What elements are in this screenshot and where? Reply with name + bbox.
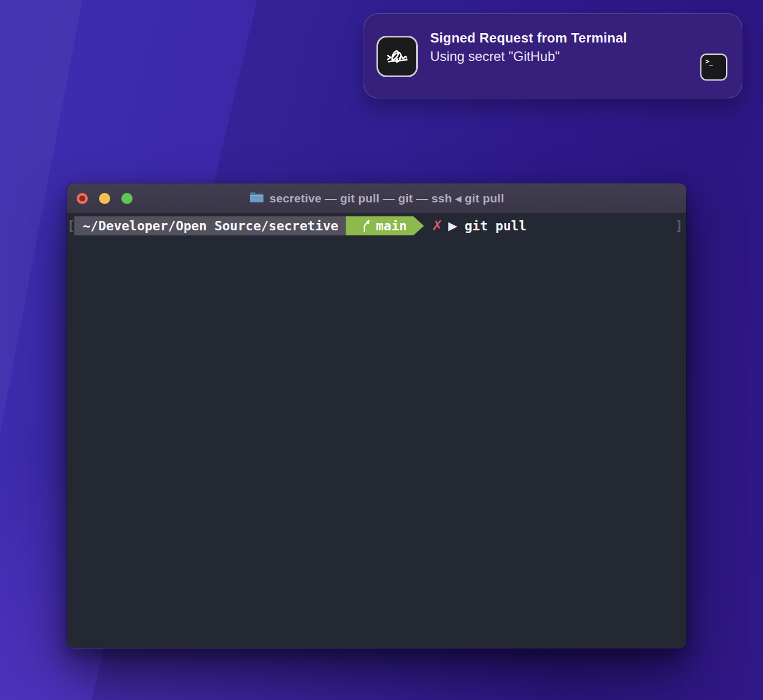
git-branch-segment: main [346,216,413,235]
zoom-button[interactable] [121,193,133,204]
prompt-caret-icon: ▶ [448,216,457,235]
window-title: secretive — git pull — git — ssh ◂ git p… [270,192,504,205]
notification-text: Signed Request from Terminal Using secre… [430,29,627,65]
powerline-arrow-green [413,216,424,235]
secretive-signature-icon [376,36,418,77]
prompt-right-bracket: ] [675,216,682,235]
git-branch-name: main [376,216,407,235]
git-branch-icon [361,219,371,233]
prompt-spacer [526,216,675,235]
typed-command: git pull [464,216,526,235]
traffic-lights [77,193,133,204]
notification-subtitle: Using secret "GitHub" [430,47,627,65]
folder-icon [249,191,264,206]
cwd-path-segment: ~/Developer/Open Source/secretive [74,216,346,235]
prompt-left-bracket: [ [67,216,74,235]
notification-banner[interactable]: Signed Request from Terminal Using secre… [364,13,742,98]
exit-status-x-icon: ✗ [431,216,443,235]
shell-prompt-line: [ ~/Developer/Open Source/secretive main… [67,216,686,235]
close-button[interactable] [77,193,88,204]
window-title-group: secretive — git pull — git — ssh ◂ git p… [249,191,504,206]
terminal-window: secretive — git pull — git — ssh ◂ git p… [67,183,686,649]
terminal-titlebar[interactable]: secretive — git pull — git — ssh ◂ git p… [67,183,686,214]
notification-title: Signed Request from Terminal [430,29,627,47]
terminal-icon: >_ [700,54,727,81]
minimize-button[interactable] [99,193,110,204]
terminal-icon-glyph: >_ [705,58,712,65]
terminal-screen[interactable]: [ ~/Developer/Open Source/secretive main… [67,214,686,648]
